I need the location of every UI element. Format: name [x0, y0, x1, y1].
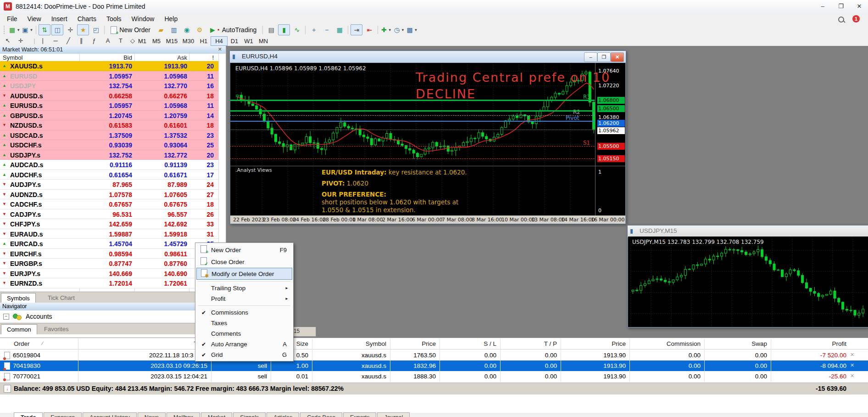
close-order-icon[interactable]: ✕ [850, 373, 854, 379]
label-tool-icon[interactable]: T [115, 36, 127, 45]
vertical-line-tool-icon[interactable]: ∣ [37, 36, 49, 45]
timeframe-w1[interactable]: W1 [241, 36, 256, 46]
context-menu-item-comments[interactable]: Comments [196, 328, 292, 339]
market-watch-row-cadchf-s[interactable]: ▼CADCHF.s0.676570.6767518 [0, 199, 218, 209]
market-watch-close-icon[interactable]: ✕ [218, 46, 222, 52]
context-menu-item-grid[interactable]: ✔GridG [196, 349, 292, 360]
terminal-tab-signals[interactable]: Signals [233, 412, 266, 417]
chart-shift-button[interactable]: ⇤ [363, 24, 375, 35]
terminal-tab-code-base[interactable]: Code Base [300, 412, 342, 417]
eurusd-window-titlebar[interactable]: ▮ EURUSD,H4 – ❐ ✕ [230, 51, 626, 63]
timeframe-m30[interactable]: M30 [180, 36, 197, 46]
notification-badge[interactable]: 1 [852, 15, 860, 23]
market-watch-row-usdcad-s[interactable]: ▲USDCAD.s1.375091.3753223 [0, 130, 218, 141]
terminal-tab-articles[interactable]: Articles [267, 412, 299, 417]
terminal-tab-exposure[interactable]: Exposure [44, 412, 82, 417]
col-s-l-6[interactable]: S / L [484, 340, 496, 347]
timeframe-m5[interactable]: M5 [149, 36, 164, 46]
market-watch-row-audjpy-s[interactable]: ▼AUDJPY.s87.96587.98924 [0, 180, 218, 190]
subwindow-divider[interactable] [230, 166, 625, 166]
menu-insert[interactable]: Insert [46, 14, 72, 24]
col-symbol[interactable]: Symbol [3, 54, 22, 61]
timeframe-m15[interactable]: M15 [163, 36, 180, 46]
webinar-button[interactable]: ◉ [181, 24, 193, 35]
context-menu-item-modify-or-delete-order[interactable]: ✱Modify or Delete Order [196, 268, 292, 280]
minimize-button[interactable]: – [814, 0, 831, 13]
trendline-tool-icon[interactable]: ╱ [62, 36, 74, 45]
order-row-70770021[interactable]: 707700212023.03.15 12:04:21sell0.01xauus… [0, 371, 868, 382]
order-row-65019804[interactable]: 650198042022.11.18 10:30.50xauusd.s1763.… [0, 350, 868, 361]
market-watch-row-usdchf-s[interactable]: ▲USDCHF.s0.930390.9306425 [0, 140, 218, 150]
favorites-button[interactable]: ★ [77, 24, 89, 35]
tab-tick-chart[interactable]: Tick Chart [42, 293, 80, 303]
new-order-button[interactable]: +New Order [107, 24, 154, 35]
context-menu-item-new-order[interactable]: +New OrderF9 [196, 244, 292, 256]
market-watch-row-gbpusd-s[interactable]: ▲GBPUSD.s1.207451.2075914 [0, 111, 218, 121]
navigator-accounts-node[interactable]: − Accounts [0, 312, 226, 321]
menu-file[interactable]: File [2, 14, 22, 24]
data-window-button[interactable]: ◰ [90, 24, 102, 35]
col-price-5[interactable]: Price [422, 340, 436, 347]
context-menu-item-profit[interactable]: Profit► [196, 293, 292, 304]
market-watch-row-audcad-s[interactable]: ▲AUDCAD.s0.911160.9113923 [0, 160, 218, 170]
terminal-tab-experts[interactable]: Experts [343, 412, 376, 417]
context-menu-item-trailing-stop[interactable]: Trailing Stop► [196, 283, 292, 293]
market-watch-row-audchf-s[interactable]: ▲AUDCHF.s0.616540.6167117 [0, 170, 218, 180]
market-watch-row-cadjpy-s[interactable]: ▼CADJPY.s96.53196.55726 [0, 209, 218, 220]
timeframe-m1[interactable]: M1 [135, 36, 150, 46]
col-t-p-7[interactable]: T / P [544, 340, 557, 347]
context-menu-item-auto-arrange[interactable]: ✔Auto ArrangeA [196, 339, 292, 349]
market-watch-row-eurcad-s[interactable]: ▲EURCAD.s1.457041.4572925 [0, 239, 218, 249]
market-watch-button[interactable]: ◫ [51, 24, 63, 35]
maximize-button[interactable]: ❐ [832, 0, 850, 13]
tree-expander-icon[interactable]: − [3, 314, 9, 320]
tile-windows-button[interactable]: ▦ [334, 24, 345, 35]
terminal-button[interactable]: ▥ [168, 24, 180, 35]
col-size-3[interactable]: Size [296, 340, 308, 347]
context-menu-item-commissions[interactable]: ✔Commissions [196, 307, 292, 318]
tab-favorites[interactable]: Favorites [39, 324, 74, 334]
channel-tool-icon[interactable]: ∥ [75, 36, 87, 45]
terminal-tab-mailbox[interactable]: Mailbox [167, 412, 200, 417]
market-watch-row-chfjpy-s[interactable]: ▼CHFJPY.s142.659142.69233 [0, 219, 218, 229]
auto-scroll-button[interactable]: ⇥ [351, 24, 362, 35]
zoom-out-button[interactable]: − [321, 24, 333, 35]
bar-chart-button[interactable]: ▤ [265, 24, 277, 35]
chart-restore-button[interactable]: ❐ [597, 52, 611, 62]
timeframe-h1[interactable]: H1 [196, 36, 211, 46]
templates-button[interactable]: ▩▼ [406, 24, 418, 35]
market-watch-row-eurusd-s[interactable]: ▲EURUSD.s1.059571.0596811 [0, 101, 218, 111]
terminal-tab-account-history[interactable]: Account History [83, 412, 137, 417]
zoom-in-button[interactable]: + [308, 24, 320, 35]
horizontal-line-tool-icon[interactable]: ─ [50, 36, 61, 45]
tab-symbols[interactable]: Symbols [1, 293, 36, 303]
timeframe-h4[interactable]: H4 [211, 36, 228, 46]
ea-settings-button[interactable]: ⚙ [194, 24, 206, 35]
order-row-70419830[interactable]: 704198302023.03.10 09:26:15sell1.00xauus… [0, 361, 868, 371]
indicators-button[interactable]: ✚▼ [380, 24, 392, 35]
market-watch-row-eurusd[interactable]: ▲EURUSD1.059571.0596811 [0, 71, 218, 81]
col-ask[interactable]: Ask [177, 54, 187, 61]
terminal-tab-market[interactable]: Market [201, 412, 232, 417]
col-commission-9[interactable]: Commission [667, 340, 701, 347]
fibonacci-tool-icon[interactable]: ƒ [88, 36, 100, 45]
cursor-tool-icon[interactable]: ↖ [2, 36, 14, 45]
market-watch-row-eurchf-s[interactable]: ▼EURCHF.s0.985940.9861117 [0, 249, 218, 259]
context-menu-item-taxes[interactable]: Taxes [196, 318, 292, 328]
menu-window[interactable]: Window [127, 14, 160, 24]
new-chart-button[interactable]: ▦▼ [9, 24, 21, 35]
market-watch-row-eurnzd-s[interactable]: ▼EURNZD.s1.720141.7206147 [0, 278, 218, 288]
menu-view[interactable]: View [22, 14, 46, 24]
market-watch-row-usdjpy-s[interactable]: ▲USDJPY.s132.752132.77220 [0, 150, 218, 160]
search-icon[interactable] [838, 17, 844, 23]
close-button[interactable]: ✕ [851, 0, 868, 13]
menu-charts[interactable]: Charts [72, 14, 101, 24]
profiles-button[interactable]: ▣▼ [22, 24, 33, 35]
usdjpy-window-titlebar[interactable]: ▮ USDJPY,M15 [628, 225, 868, 237]
tab-common[interactable]: Common [1, 324, 37, 334]
text-tool-icon[interactable]: A [102, 36, 114, 45]
toolbar-handle[interactable] [4, 26, 6, 34]
col-symbol-4[interactable]: Symbol [366, 340, 386, 347]
market-watch-row-eurjpy-s[interactable]: ▼EURJPY.s140.669140.69021 [0, 269, 218, 279]
market-watch-row-euraud-s[interactable]: ▼EURAUD.s1.598871.5991831 [0, 229, 218, 239]
